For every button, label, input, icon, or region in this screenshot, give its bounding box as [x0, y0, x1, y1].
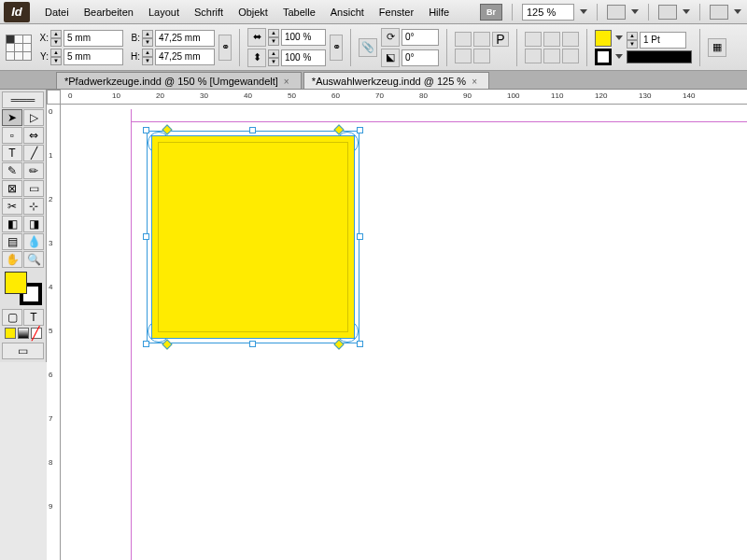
handle-t[interactable] [249, 127, 256, 133]
gradient-feather-tool[interactable]: ◨ [23, 216, 44, 232]
zoom-level[interactable]: 125 % [522, 4, 574, 21]
align-icon-3[interactable] [562, 32, 579, 47]
screen-mode-icon[interactable] [658, 5, 677, 20]
scissors-tool[interactable]: ✂ [2, 198, 22, 215]
align-icon-1[interactable] [525, 32, 542, 47]
apply-none-icon[interactable]: ╱ [31, 328, 42, 339]
pen-tool[interactable]: ✎ [2, 162, 22, 179]
chevron-down-icon[interactable] [631, 9, 639, 14]
horizontal-ruler[interactable]: 0 10 20 30 40 50 60 70 80 90 100 110 120… [61, 90, 747, 105]
bridge-button[interactable]: Br [480, 4, 502, 21]
menu-layout[interactable]: Layout [141, 3, 187, 21]
rotate-input[interactable]: 0° [402, 29, 439, 46]
stroke-style[interactable] [627, 50, 692, 63]
scale-y-input[interactable]: 100 % [281, 49, 326, 66]
eyedropper-tool[interactable]: 💧 [23, 233, 44, 250]
menu-bearbeiten[interactable]: Bearbeiten [77, 3, 141, 21]
x-up[interactable]: ▲ [50, 30, 62, 38]
y-up[interactable]: ▲ [50, 49, 62, 57]
fill-swatch[interactable] [595, 30, 612, 47]
arrange-icon[interactable] [710, 5, 728, 20]
menu-datei[interactable]: Datei [37, 3, 77, 21]
handle-tr[interactable] [357, 127, 363, 133]
pencil-tool[interactable]: ✏ [23, 162, 44, 179]
chevron-down-icon[interactable] [615, 35, 623, 40]
menu-schrift[interactable]: Schrift [187, 3, 231, 21]
reference-point-grid[interactable] [6, 35, 32, 61]
menu-hilfe[interactable]: Hilfe [421, 3, 457, 21]
zoom-tool[interactable]: 🔍 [23, 251, 44, 268]
width-input[interactable]: 47,25 mm [155, 30, 215, 47]
formatting-container-icon[interactable]: ▢ [2, 309, 22, 326]
doc-tab-1[interactable]: *Pfadwerkzeuge.indd @ 150 % [Umgewandelt… [56, 72, 302, 89]
zoom-dropdown-icon[interactable] [580, 9, 587, 14]
close-icon[interactable]: × [472, 77, 481, 86]
rectangle-frame-tool[interactable]: ⊠ [2, 180, 22, 197]
note-tool[interactable]: ▤ [2, 233, 22, 250]
line-tool[interactable]: ╱ [23, 145, 44, 161]
x-down[interactable]: ▼ [50, 38, 62, 47]
stroke-swatch[interactable] [595, 49, 612, 65]
menu-objekt[interactable]: Objekt [231, 3, 275, 21]
handle-l[interactable] [143, 233, 149, 240]
chevron-down-icon[interactable] [734, 9, 741, 14]
y-input[interactable]: 5 mm [63, 49, 123, 65]
constrain-proportions-icon[interactable]: ⚭ [218, 35, 232, 61]
align-icon-4[interactable] [525, 49, 542, 63]
rectangle-tool[interactable]: ▭ [23, 180, 44, 197]
margin-guide-h [131, 121, 747, 123]
align-icon-2[interactable] [543, 32, 560, 47]
gradient-swatch-tool[interactable]: ◧ [2, 216, 22, 232]
clip-icon[interactable]: 📎 [359, 38, 377, 57]
height-input[interactable]: 47,25 mm [155, 49, 215, 65]
page-tool[interactable]: ▫ [2, 127, 22, 144]
vertical-ruler[interactable]: 0 1 2 3 4 5 6 7 8 9 [47, 105, 61, 560]
rotate-ccw-icon[interactable] [473, 32, 490, 47]
fill-color-icon[interactable] [5, 272, 27, 294]
free-transform-tool[interactable]: ⊹ [23, 198, 44, 215]
effects-icon[interactable]: ▦ [708, 38, 726, 57]
y-down[interactable]: ▼ [50, 57, 62, 65]
handle-br[interactable] [357, 341, 363, 347]
flip-v-icon[interactable] [455, 49, 472, 63]
gap-tool[interactable]: ⇔ [23, 127, 44, 144]
handle-b[interactable] [249, 341, 256, 347]
menu-ansicht[interactable]: Ansicht [323, 3, 372, 21]
direct-selection-tool[interactable]: ▷ [23, 109, 44, 126]
handle-bl[interactable] [143, 341, 149, 347]
formatting-text-icon[interactable]: T [23, 309, 44, 326]
doc-tab-2[interactable]: *Auswahlwerkzeug.indd @ 125 % × [303, 72, 489, 89]
chevron-down-icon[interactable] [683, 9, 690, 14]
apply-gradient-icon[interactable] [18, 328, 29, 339]
canvas[interactable] [61, 105, 747, 560]
fill-stroke-proxy[interactable] [5, 272, 42, 305]
apply-color-icon[interactable] [5, 328, 16, 339]
x-input[interactable]: 5 mm [63, 30, 123, 47]
handle-tl[interactable] [143, 127, 149, 133]
rotate-cw-icon[interactable] [455, 32, 472, 47]
flip-h-icon[interactable]: P [492, 32, 509, 47]
align-icon-5[interactable] [543, 49, 560, 63]
scale-x-input[interactable]: 100 % [281, 29, 326, 46]
close-icon[interactable]: × [284, 77, 293, 86]
chevron-down-icon[interactable] [615, 54, 623, 59]
mirror-icon[interactable] [473, 49, 490, 63]
view-options-icon[interactable] [607, 5, 626, 20]
menu-fenster[interactable]: Fenster [372, 3, 421, 21]
toolbox-grip[interactable]: ═══ [2, 91, 44, 108]
handle-r[interactable] [357, 233, 363, 240]
type-tool[interactable]: T [2, 145, 22, 161]
stroke-weight-input[interactable]: 1 Pt [640, 32, 686, 49]
document-tabs: *Pfadwerkzeuge.indd @ 150 % [Umgewandelt… [0, 71, 747, 90]
shear-input[interactable]: 0° [402, 49, 439, 66]
ruler-origin[interactable] [47, 90, 61, 105]
menu-tabelle[interactable]: Tabelle [275, 3, 323, 21]
hand-tool[interactable]: ✋ [2, 251, 22, 268]
selection-frame [147, 131, 359, 343]
shear-icon: ⬕ [381, 49, 400, 67]
align-icon-6[interactable] [562, 49, 579, 63]
selection-tool[interactable]: ➤ [2, 109, 22, 126]
view-mode-toggle[interactable]: ▭ [2, 343, 44, 359]
selected-object[interactable] [147, 131, 359, 343]
constrain-scale-icon[interactable]: ⚭ [330, 35, 343, 61]
